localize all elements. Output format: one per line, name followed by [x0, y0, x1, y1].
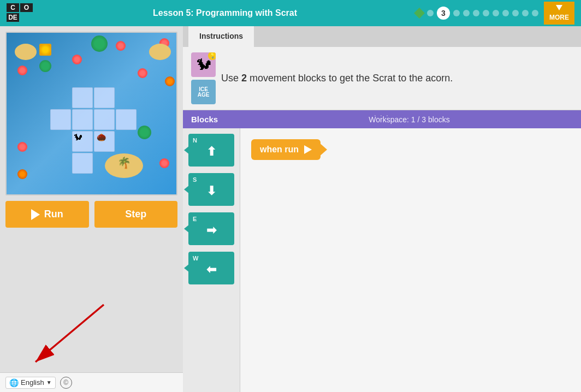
- block-north-label: N: [193, 137, 197, 144]
- ice-age-icon: ICE AGE: [191, 80, 216, 104]
- tab-instructions-label: Instructions: [199, 32, 243, 40]
- app-header: C O DE Lesson 5: Programming with Scrat …: [0, 0, 581, 26]
- flower-8: [159, 158, 169, 168]
- east-arrow-icon: [206, 223, 216, 237]
- grid-r2c3: [94, 109, 115, 130]
- copyright-button[interactable]: ©: [60, 377, 72, 389]
- logo-de: DE: [7, 13, 19, 22]
- flower-5: [138, 68, 147, 78]
- step-button[interactable]: Step: [94, 201, 178, 228]
- grid-r2c1: [50, 109, 71, 130]
- instructions-tabs: Instructions: [183, 26, 581, 47]
- block-north[interactable]: N: [188, 134, 234, 167]
- north-arrow-icon: [206, 145, 216, 159]
- block-south-notch: [184, 185, 189, 194]
- left-panel: 🌴: [0, 26, 183, 392]
- grid-r3c2: 🐿: [72, 131, 93, 152]
- dropdown-chevron-icon: ▼: [46, 379, 52, 385]
- block-west-label: W: [193, 255, 198, 262]
- logo-c: C: [7, 3, 19, 12]
- red-arrow-svg: [5, 299, 115, 376]
- treasure-icon: [39, 44, 51, 56]
- grid-r3c3: 🌰: [94, 131, 115, 152]
- arrow-indicator-area: [5, 233, 177, 387]
- flower-4: [17, 66, 27, 75]
- block-south[interactable]: S: [188, 173, 234, 206]
- grid-r1c1: [50, 87, 71, 108]
- grid-r2c4: [116, 109, 137, 130]
- scrat-icon: 🐿: [74, 133, 82, 142]
- when-run-block[interactable]: when run: [251, 139, 321, 160]
- block-west[interactable]: W: [188, 252, 234, 284]
- sand-3: [149, 44, 171, 60]
- more-triangle-icon: [555, 5, 564, 13]
- lesson-title: Lesson 5: Programming with Scrat: [35, 8, 415, 18]
- scrat-character-icon: 🐿 2 💡: [191, 52, 216, 77]
- grid-r2c2: [72, 109, 93, 130]
- instructions-area: Instructions 🐿 2 💡 ICE AGE: [183, 26, 581, 110]
- tree-2: [39, 60, 51, 72]
- language-label: English: [21, 378, 44, 387]
- tree-1: [91, 35, 108, 52]
- game-background: 🌴: [7, 33, 176, 194]
- step-label: Step: [125, 209, 146, 219]
- globe-icon: 🌐: [9, 378, 19, 387]
- block-west-notch: [184, 264, 189, 272]
- acorn-icon: 🌰: [97, 133, 106, 141]
- grid-r1c4: [116, 87, 137, 108]
- progress-dot-4: [473, 10, 479, 16]
- progress-dot-3: [463, 10, 470, 16]
- flower-6: [165, 76, 175, 86]
- grid-r1c3: [94, 87, 115, 108]
- more-label: MORE: [549, 14, 569, 21]
- grid-r3c4: [116, 131, 137, 152]
- progress-dot-8: [512, 10, 519, 16]
- progress-current: 3: [437, 7, 450, 20]
- instruction-text: Use 2 movement blocks to get the Scrat t…: [221, 72, 453, 85]
- block-east-notch: [184, 224, 189, 233]
- west-arrow-icon: [206, 263, 216, 277]
- blocks-panel: N S E W: [183, 128, 240, 392]
- south-arrow-icon: [206, 184, 216, 198]
- right-panel: Instructions 🐿 2 💡 ICE AGE: [183, 26, 581, 392]
- character-icons: 🐿 2 💡 ICE AGE: [191, 52, 216, 104]
- progress-area: 3: [415, 7, 538, 20]
- grid-r1c2: [72, 87, 93, 108]
- flower-7: [17, 142, 27, 152]
- run-button[interactable]: Run: [5, 201, 89, 228]
- when-run-play-icon: [304, 145, 312, 154]
- game-controls: Run Step: [5, 201, 177, 228]
- workspace-info: Workspace: 1 / 3 blocks: [246, 115, 573, 124]
- lightbulb-badge: 💡: [208, 52, 216, 60]
- when-run-text: when run: [260, 145, 299, 155]
- code-workspace[interactable]: when run: [240, 128, 581, 392]
- code-logo[interactable]: C O DE: [7, 3, 35, 23]
- progress-dot-6: [493, 10, 499, 16]
- grid-r3c1: [50, 131, 71, 152]
- game-canvas: 🌴: [5, 32, 177, 195]
- progress-dot-10: [532, 10, 538, 16]
- block-south-label: S: [193, 176, 197, 183]
- main-area: 🌴: [0, 26, 581, 392]
- run-label: Run: [44, 209, 63, 220]
- block-east-label: E: [193, 216, 197, 222]
- game-grid: 🐿 🌰: [50, 87, 137, 174]
- language-selector[interactable]: 🌐 English ▼: [5, 377, 56, 389]
- run-play-icon: [31, 209, 40, 220]
- block-east[interactable]: E: [188, 212, 234, 245]
- flower-9: [17, 169, 27, 179]
- footer: 🌐 English ▼ ©: [0, 372, 183, 392]
- flower-1: [116, 41, 126, 51]
- grid-r4c2: [72, 153, 93, 174]
- more-button[interactable]: MORE: [544, 2, 574, 25]
- grid-r4c4: [116, 153, 137, 174]
- logo-o: O: [20, 3, 33, 12]
- grid-r4c3: [94, 153, 115, 174]
- tab-instructions[interactable]: Instructions: [188, 26, 254, 47]
- progress-dot-7: [502, 10, 509, 16]
- progress-dot-9: [522, 10, 529, 16]
- progress-dot-5: [483, 10, 489, 16]
- blocks-label: Blocks: [191, 115, 246, 124]
- grid-r4c1: [50, 153, 71, 174]
- block-north-notch: [184, 146, 189, 155]
